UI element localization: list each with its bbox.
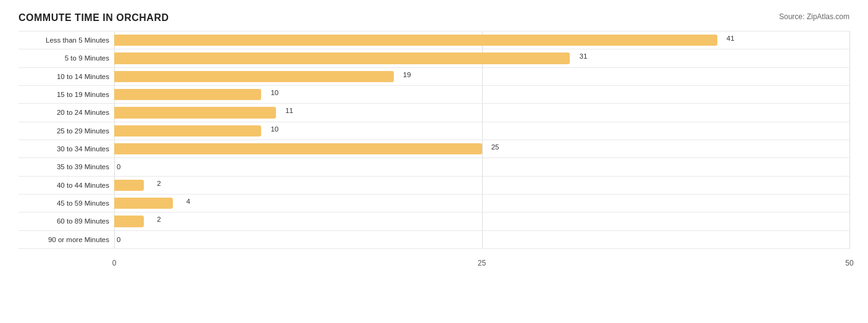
bar-label: 45 to 59 Minutes bbox=[19, 199, 114, 207]
grid-line bbox=[849, 31, 850, 249]
bar-fill: 4 bbox=[114, 198, 173, 209]
bar-value-label: 2 bbox=[157, 216, 161, 223]
bar-value-label: 10 bbox=[270, 125, 278, 133]
bar-track: 10 bbox=[114, 122, 849, 140]
bar-track: 41 bbox=[114, 31, 849, 49]
bar-value-label: 11 bbox=[285, 107, 293, 114]
bar-label: 60 to 89 Minutes bbox=[19, 217, 114, 225]
bar-row: 20 to 24 Minutes11 bbox=[19, 104, 849, 122]
bar-label: 15 to 19 Minutes bbox=[19, 91, 114, 98]
bar-track: 31 bbox=[114, 49, 849, 67]
bar-label: 5 to 9 Minutes bbox=[19, 54, 114, 62]
bar-track: 19 bbox=[114, 68, 849, 85]
bar-label: 20 to 24 Minutes bbox=[19, 109, 114, 116]
bars-area: Less than 5 Minutes415 to 9 Minutes3110 … bbox=[19, 31, 849, 249]
bar-track: 2 bbox=[114, 177, 849, 194]
bar-track: 0 bbox=[114, 158, 849, 175]
bar-fill: 2 bbox=[114, 216, 144, 227]
bar-row: 35 to 39 Minutes0 bbox=[19, 158, 849, 176]
bar-row: 45 to 59 Minutes4 bbox=[19, 195, 849, 212]
bar-fill: 25 bbox=[114, 143, 482, 154]
bar-row: Less than 5 Minutes41 bbox=[19, 31, 849, 49]
bar-value-label: 25 bbox=[491, 143, 499, 151]
bar-value-label: 31 bbox=[580, 52, 588, 60]
bar-track: 0 bbox=[114, 231, 849, 248]
bar-fill: 31 bbox=[114, 52, 570, 64]
bar-label: 25 to 29 Minutes bbox=[19, 127, 114, 135]
bar-value-label: 10 bbox=[270, 89, 278, 96]
bar-fill: 2 bbox=[114, 180, 144, 191]
bar-value-label: 41 bbox=[727, 35, 735, 42]
bar-value-label: 4 bbox=[186, 198, 190, 205]
x-axis-label: 50 bbox=[845, 259, 853, 267]
bar-value-label: 19 bbox=[403, 71, 411, 78]
bar-track: 4 bbox=[114, 195, 849, 212]
bar-row: 10 to 14 Minutes19 bbox=[19, 68, 849, 86]
x-axis-label: 25 bbox=[478, 259, 486, 267]
bar-row: 60 to 89 Minutes2 bbox=[19, 212, 849, 230]
x-axis-label: 0 bbox=[112, 259, 117, 267]
bar-label: 35 to 39 Minutes bbox=[19, 163, 114, 170]
chart-header: COMMUTE TIME IN ORCHARD Source: ZipAtlas… bbox=[19, 12, 849, 23]
bar-label: 10 to 14 Minutes bbox=[19, 73, 114, 80]
bar-value-label: 0 bbox=[117, 163, 120, 170]
bar-row: 90 or more Minutes0 bbox=[19, 231, 849, 249]
bar-row: 5 to 9 Minutes31 bbox=[19, 49, 849, 67]
bar-label: Less than 5 Minutes bbox=[19, 36, 114, 44]
bar-row: 40 to 44 Minutes2 bbox=[19, 177, 849, 195]
chart-source: Source: ZipAtlas.com bbox=[779, 12, 849, 21]
bar-value-label: 0 bbox=[117, 236, 120, 243]
bar-fill: 19 bbox=[114, 71, 394, 82]
bar-track: 2 bbox=[114, 212, 849, 230]
x-axis: 02550 bbox=[114, 249, 849, 267]
bar-fill: 10 bbox=[114, 125, 261, 136]
bar-track: 10 bbox=[114, 86, 849, 103]
chart-body: Less than 5 Minutes415 to 9 Minutes3110 … bbox=[19, 31, 849, 267]
bar-label: 30 to 34 Minutes bbox=[19, 145, 114, 153]
bar-fill: 10 bbox=[114, 89, 261, 100]
bar-fill: 41 bbox=[114, 35, 717, 46]
bar-value-label: 2 bbox=[157, 180, 161, 187]
bar-row: 25 to 29 Minutes10 bbox=[19, 122, 849, 140]
chart-container: COMMUTE TIME IN ORCHARD Source: ZipAtlas… bbox=[0, 0, 868, 323]
bar-fill: 11 bbox=[114, 107, 276, 118]
bar-row: 15 to 19 Minutes10 bbox=[19, 86, 849, 104]
bar-track: 25 bbox=[114, 140, 849, 157]
chart-title: COMMUTE TIME IN ORCHARD bbox=[19, 12, 169, 23]
bar-row: 30 to 34 Minutes25 bbox=[19, 140, 849, 158]
bar-label: 40 to 44 Minutes bbox=[19, 182, 114, 189]
bar-track: 11 bbox=[114, 104, 849, 121]
bar-label: 90 or more Minutes bbox=[19, 236, 114, 243]
